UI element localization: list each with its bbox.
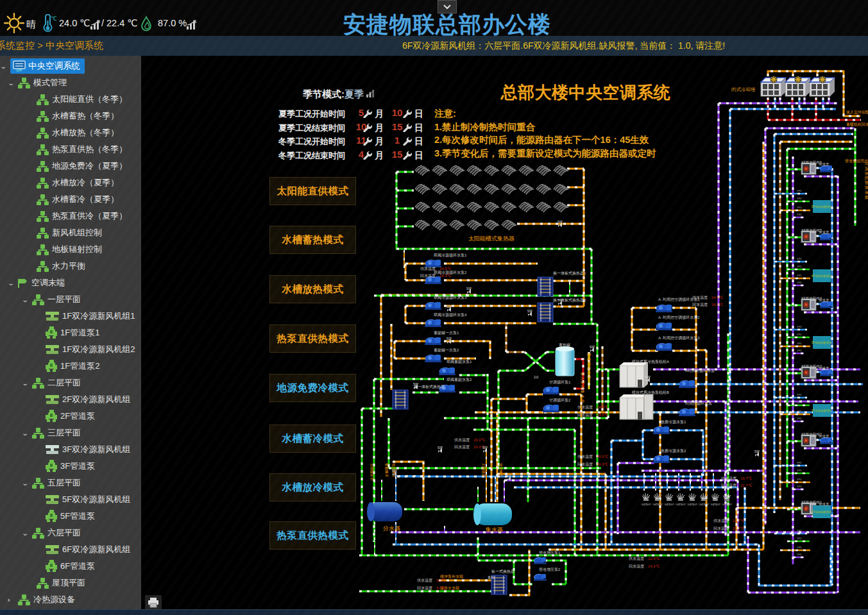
svg-text:A时间控循环水泵: A时间控循环水泵: [685, 369, 715, 373]
svg-text:21.7℃: 21.7℃: [740, 484, 753, 487]
svg-text:蓄能侧供: 蓄能侧供: [384, 463, 389, 478]
svg-text:14.2℃: 14.2℃: [648, 564, 660, 568]
svg-text:24.3℃: 24.3℃: [439, 274, 452, 278]
svg-text:XFD: XFD: [797, 265, 802, 268]
svg-text:XFD: XFD: [797, 393, 802, 396]
svg-text:管道增压泵2: 管道增压泵2: [539, 567, 561, 572]
svg-text:双阀冷源循环水泵3: 双阀冷源循环水泵3: [434, 295, 467, 300]
svg-text:XFD: XFD: [797, 553, 802, 556]
svg-text:冷暖型6P: 冷暖型6P: [710, 503, 721, 506]
svg-text:管道泵: 管道泵: [819, 502, 830, 507]
svg-text:19.7℃: 19.7℃: [733, 519, 745, 523]
svg-text:110: 110: [534, 376, 539, 379]
svg-text:XFD: XFD: [797, 410, 802, 413]
svg-text:XFD: XFD: [797, 325, 802, 328]
svg-text:2F地板辐射模块: 2F地板辐射模块: [812, 409, 833, 412]
svg-text:管道输送同步管: 管道输送同步管: [845, 158, 868, 164]
svg-text:管道增压泵1: 管道增压泵1: [539, 550, 561, 555]
svg-text:冷暖型6P: 冷暖型6P: [664, 503, 675, 506]
svg-text:回水温度: 回水温度: [713, 526, 729, 531]
svg-text:9.0℃: 9.0℃: [436, 586, 446, 590]
svg-text:蓄能: 蓄能: [488, 575, 494, 580]
svg-text:XFD: XFD: [797, 461, 802, 464]
svg-text:模块式风冷热泵机组B: 模块式风冷热泵机组B: [632, 391, 669, 395]
svg-text:XFD: XFD: [797, 401, 802, 404]
svg-text:回水温度: 回水温度: [417, 586, 432, 591]
svg-text:冷暖型6P: 冷暖型6P: [641, 503, 652, 506]
svg-text:管道泵: 管道泵: [819, 162, 830, 167]
svg-text:蓄暖机组回水管: 蓄暖机组回水管: [846, 122, 868, 127]
svg-text:双阀蓄能水泵2: 双阀蓄能水泵2: [447, 377, 472, 382]
svg-text:XFD: XFD: [797, 197, 802, 200]
svg-text:30.0℃: 30.0℃: [597, 462, 609, 466]
svg-text:24.0℃: 24.0℃: [597, 405, 609, 409]
svg-text:XFD: XFD: [797, 529, 802, 532]
svg-text:XFD: XFD: [797, 333, 802, 336]
svg-text:冷暖型6P: 冷暖型6P: [652, 503, 663, 506]
svg-text:回水温度: 回水温度: [692, 302, 708, 307]
svg-text:供水温度: 供水温度: [420, 266, 436, 271]
svg-text:冷暖型6P: 冷暖型6P: [699, 503, 710, 506]
svg-text:A. 时间控空调循环水泵2: A. 时间控空调循环水泵2: [658, 315, 700, 320]
svg-text:5F地板辐射模块: 5F地板辐射模块: [812, 205, 833, 208]
svg-text:回水温度: 回水温度: [420, 273, 436, 278]
svg-text:回水温度: 回水温度: [577, 412, 593, 417]
svg-text:回水温度: 回水温度: [454, 444, 470, 450]
svg-text:供水温度: 供水温度: [713, 518, 729, 523]
svg-text:回水温度: 回水温度: [629, 564, 644, 569]
svg-text:管道泵: 管道泵: [819, 434, 830, 439]
svg-text:太阳能直供: 太阳能直供: [370, 463, 374, 481]
svg-text:24.4℃: 24.4℃: [711, 303, 724, 307]
svg-text:冷暖型6P: 冷暖型6P: [676, 503, 686, 506]
svg-text:蓄能罐一次泵2: 蓄能罐一次泵2: [434, 348, 459, 353]
svg-text:蓄能罐充水管: 蓄能罐充水管: [586, 353, 591, 380]
svg-text:XFD: XFD: [797, 206, 802, 209]
svg-text:换一体板式换热器: 换一体板式换热器: [414, 385, 445, 389]
svg-text:双阀冷源循环水泵4: 双阀冷源循环水泵4: [434, 312, 467, 317]
svg-text:XFD: XFD: [797, 478, 802, 481]
svg-text:模块式风冷热泵机组A: 模块式风冷热泵机组A: [632, 360, 669, 364]
svg-text:双阀蓄能水泵1: 双阀蓄能水泵1: [447, 359, 472, 364]
svg-text:16.0℃: 16.0℃: [473, 438, 486, 442]
svg-text:XFD: XFD: [797, 213, 802, 216]
svg-text:XFD: XFD: [797, 257, 802, 260]
svg-text:回水温度: 回水温度: [721, 483, 736, 488]
svg-text:24.0℃: 24.0℃: [597, 413, 609, 417]
svg-text:供水温度: 供水温度: [577, 454, 593, 459]
svg-text:时间控循环水泵: 时间控循环水泵: [685, 401, 712, 406]
svg-text:30.0℃: 30.0℃: [597, 455, 609, 459]
svg-text:24.5℃: 24.5℃: [439, 267, 452, 271]
svg-text:供水温度: 供水温度: [692, 295, 708, 300]
svg-text:缓冲泵补水箱: 缓冲泵补水箱: [440, 574, 463, 578]
svg-text:集水器: 集水器: [485, 527, 503, 533]
svg-text:蓄热罐: 蓄热罐: [559, 343, 570, 348]
svg-text:4F地板辐射模块: 4F地板辐射模块: [812, 274, 833, 278]
svg-text:接入室外别墅: 接入室外别墅: [846, 110, 868, 115]
svg-text:XFD: XFD: [797, 546, 802, 549]
svg-text:供水温度: 供水温度: [629, 556, 644, 561]
svg-text:太阳能槽式集热器: 太阳能槽式集热器: [468, 235, 515, 242]
svg-text:管道泵: 管道泵: [819, 230, 830, 235]
svg-text:XFD: XFD: [797, 537, 802, 540]
svg-text:XFD: XFD: [797, 469, 802, 472]
svg-text:XFD: XFD: [797, 281, 802, 284]
svg-text:XFD: XFD: [797, 342, 802, 345]
svg-text:1F地板辐射模块: 1F地板辐射模块: [812, 510, 833, 514]
svg-text:供水温度: 供水温度: [577, 405, 593, 410]
svg-text:空调循环泵1: 空调循环泵1: [549, 380, 571, 385]
svg-text:21.7℃: 21.7℃: [733, 527, 745, 530]
svg-text:供水温度: 供水温度: [417, 578, 432, 583]
svg-text:双阀冷源循环水泵1: 双阀冷源循环水泵1: [434, 253, 467, 258]
svg-text:24.4℃: 24.4℃: [711, 296, 724, 299]
svg-text:XFD: XFD: [797, 417, 802, 420]
svg-text:换一体板式换热器1: 换一体板式换热器1: [553, 271, 586, 276]
svg-text:冷暖型6P: 冷暖型6P: [687, 503, 698, 506]
svg-text:XFD: XFD: [797, 349, 802, 352]
svg-text:供水温度: 供水温度: [454, 437, 470, 442]
svg-text:管道泵: 管道泵: [819, 298, 830, 303]
svg-text:接入室内集水井: 接入室内集水井: [581, 372, 585, 403]
svg-text:空调循环泵2: 空调循环泵2: [549, 398, 571, 403]
svg-text:冷暖型6P: 冷暖型6P: [722, 503, 733, 506]
svg-text:供水温度: 供水温度: [721, 476, 736, 481]
svg-text:免费冷源水泵1: 免费冷源水泵1: [661, 419, 686, 425]
